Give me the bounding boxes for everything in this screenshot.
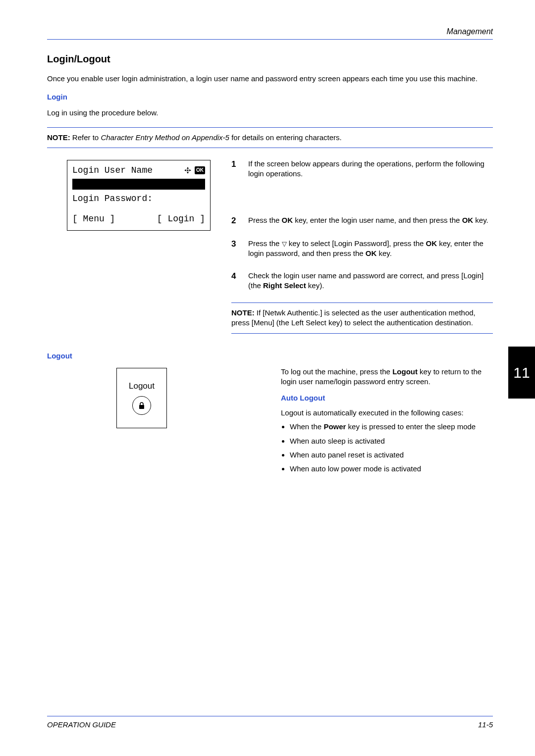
logout-heading: Logout <box>47 352 493 360</box>
logout-paragraph: To log out the machine, press the Logout… <box>281 367 493 387</box>
list-item: When auto panel reset is activated <box>290 450 493 460</box>
page-title: Login/Logout <box>47 53 493 65</box>
step-body: If the screen below appears during the o… <box>248 159 493 179</box>
auto-logout-heading: Auto Logout <box>281 394 493 402</box>
auto-logout-list: When the Power key is pressed to enter t… <box>281 422 493 474</box>
note-label: NOTE: <box>231 308 255 317</box>
down-triangle-icon: ▽ <box>282 240 287 249</box>
ok-badge-icon: OK <box>195 166 205 174</box>
list-item: When the Power key is pressed to enter t… <box>290 422 493 432</box>
logout-key-illustration: Logout <box>116 368 167 428</box>
footer-left: OPERATION GUIDE <box>47 720 116 729</box>
list-item: When auto sleep is activated <box>290 436 493 446</box>
lcd-line1: Login User Name <box>72 164 153 177</box>
note-text-post: for details on entering characters. <box>229 133 342 142</box>
lcd-softkey-login: [ Login ] <box>157 213 205 225</box>
list-item: When auto low power mode is activated <box>290 464 493 474</box>
svg-marker-1 <box>187 172 189 174</box>
step-body: Press the ▽ key to select [Login Passwor… <box>248 239 493 259</box>
svg-marker-3 <box>189 169 191 171</box>
login-lcd-panel: Login User Name OK Login Password: <box>67 160 211 231</box>
step-3: 3 Press the ▽ key to select [Login Passw… <box>231 239 493 259</box>
intro-paragraph: Once you enable user login administratio… <box>47 74 493 84</box>
auto-logout-lead: Logout is automatically executed in the … <box>281 408 493 418</box>
step-4: 4 Check the login user name and password… <box>231 271 493 291</box>
header-rule <box>47 39 493 40</box>
note-text-pre: Refer to <box>70 133 101 142</box>
footer-right: 11-5 <box>478 720 493 729</box>
nav-arrows-icon <box>184 166 192 174</box>
lcd-softkey-menu: [ Menu ] <box>72 213 115 225</box>
note-network-auth: NOTE: If [Netwk Authentic.] is selected … <box>231 302 493 334</box>
svg-marker-2 <box>184 169 186 171</box>
footer-rule <box>47 716 493 716</box>
svg-rect-5 <box>139 405 144 409</box>
lcd-cursor-bar <box>72 179 205 190</box>
step-2: 2 Press the OK key, enter the login user… <box>231 215 493 227</box>
lock-icon <box>132 396 151 415</box>
step-body: Check the login user name and password a… <box>248 271 493 291</box>
step-body: Press the OK key, enter the login user n… <box>248 215 493 227</box>
note-character-entry: NOTE: Refer to Character Entry Method on… <box>47 127 493 148</box>
step-num: 1 <box>231 159 239 179</box>
step-num: 3 <box>231 239 239 259</box>
step-num: 4 <box>231 271 239 291</box>
login-heading: Login <box>47 93 493 101</box>
lcd-line2: Login Password: <box>72 193 205 205</box>
page-footer: OPERATION GUIDE 11-5 <box>47 716 493 729</box>
chapter-section-label: Management <box>447 27 493 36</box>
svg-rect-4 <box>187 170 189 171</box>
note-label: NOTE: <box>47 133 70 142</box>
chapter-header: Management <box>47 27 493 36</box>
login-lead: Log in using the procedure below. <box>47 108 493 118</box>
note-text-ital: Character Entry Method on Appendix-5 <box>101 133 229 142</box>
logout-key-label: Logout <box>129 381 155 391</box>
step-1: 1 If the screen below appears during the… <box>231 159 493 179</box>
step-num: 2 <box>231 215 239 227</box>
svg-marker-0 <box>187 167 189 169</box>
chapter-tab: 11 <box>508 347 535 399</box>
